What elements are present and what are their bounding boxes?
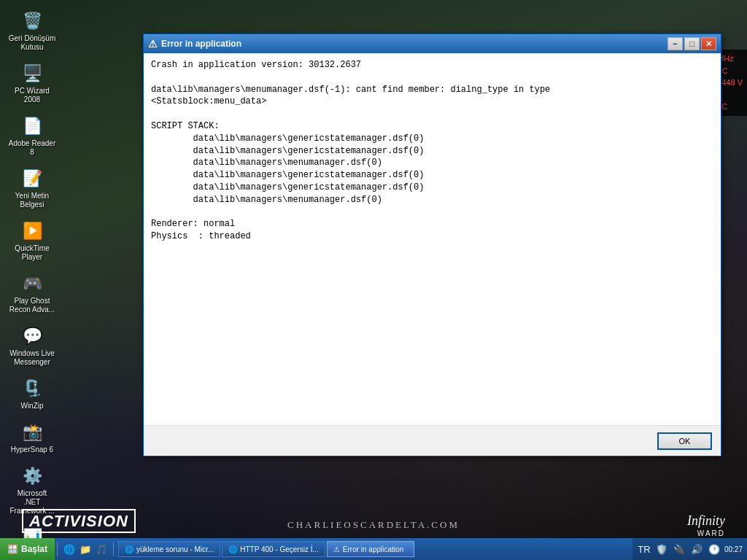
dialog-footer: OK xyxy=(144,425,721,456)
taskbar-item-2-label: Error in application xyxy=(343,545,403,553)
activision-text: ACTIVISION xyxy=(22,509,136,533)
icon-windows-live-img: 💬 xyxy=(20,324,44,348)
icon-pc-wizard-img: 🖥️ xyxy=(20,62,44,85)
icon-yeni-metin-img: 📝 xyxy=(20,167,44,190)
error-dialog: ⚠ Error in application − □ ✕ Crash in ap… xyxy=(143,34,721,456)
tray-clock-icon: 🕐 xyxy=(707,542,721,556)
icon-adobe-reader-label: Adobe Reader8 xyxy=(9,139,56,157)
dialog-titlebar[interactable]: ⚠ Error in application − □ ✕ xyxy=(144,34,721,53)
tray-locale-text: TR xyxy=(638,544,650,555)
icon-dotnet-img: ⚙️ xyxy=(20,464,44,488)
tray-locale[interactable]: TR xyxy=(637,542,651,556)
windows-icon: 🪟 xyxy=(7,544,18,554)
icon-windows-live[interactable]: 💬 Windows LiveMessenger xyxy=(6,322,58,369)
icon-quicktime-label: QuickTimePlayer xyxy=(15,244,49,262)
iw-text: Infinity WARD xyxy=(687,513,725,538)
icon-winzip-label: WinZip xyxy=(20,402,43,411)
dialog-controls: − □ ✕ xyxy=(667,37,716,50)
icon-pc-wizard-label: PC Wizard2008 xyxy=(15,87,50,104)
taskbar-divider-1 xyxy=(57,542,58,556)
icon-winzip-img: 🗜️ xyxy=(20,377,44,400)
icon-adobe-reader[interactable]: 📄 Adobe Reader8 xyxy=(6,112,58,159)
icon-yeni-metin-label: Yeni MetinBelgesi xyxy=(15,192,49,209)
taskbar-items: 🌐 yükleme sorunu - Micr... 🌐 HTTP 400 - … xyxy=(115,541,632,557)
taskbar-divider-2 xyxy=(113,542,114,556)
icon-geri-donusum-label: Geri DönüşümKutusu xyxy=(9,34,55,52)
activision-logo: ACTIVISION xyxy=(22,512,136,531)
system-tray: TR 🛡️ 🔌 🔊 🕐 00:27 xyxy=(632,538,747,560)
taskbar-ie-icon[interactable]: 🌐 xyxy=(62,542,77,556)
icon-pc-wizard[interactable]: 🖥️ PC Wizard2008 xyxy=(6,60,58,106)
taskbar: 🪟 Başlat 🌐 📁 🎵 🌐 yükleme sorunu - Micr..… xyxy=(0,538,747,560)
icon-quicktime[interactable]: ▶️ QuickTimePlayer xyxy=(6,217,58,264)
maximize-button[interactable]: □ xyxy=(684,37,700,50)
taskbar-item-0-label: yükleme sorunu - Micr... xyxy=(136,545,214,553)
iw-logo: Infinity WARD xyxy=(687,513,725,538)
desktop: 🗑️ Geri DönüşümKutusu 🖥️ PC Wizard2008 📄… xyxy=(0,0,747,560)
tray-volume-icon[interactable]: 🔊 xyxy=(689,542,704,556)
icon-hypersnap-img: 📸 xyxy=(20,421,44,444)
taskbar-item-2-icon: ⚠ xyxy=(333,545,340,553)
desktop-icon-list: 🗑️ Geri DönüşümKutusu 🖥️ PC Wizard2008 📄… xyxy=(6,7,58,560)
icon-geri-donusum-img: 🗑️ xyxy=(20,9,44,33)
tray-network-icon[interactable]: 🔌 xyxy=(672,542,686,556)
icon-play-ghost-label: Play GhostRecon Adva... xyxy=(9,297,55,314)
icon-winzip[interactable]: 🗜️ WinZip xyxy=(6,375,58,413)
icon-quicktime-img: ▶️ xyxy=(20,219,44,243)
taskbar-item-0-icon: 🌐 xyxy=(125,545,133,553)
icon-play-ghost[interactable]: 🎮 Play GhostRecon Adva... xyxy=(6,270,58,316)
icon-play-ghost-img: 🎮 xyxy=(20,272,44,295)
ok-button[interactable]: OK xyxy=(657,432,712,450)
taskbar-item-0[interactable]: 🌐 yükleme sorunu - Micr... xyxy=(118,541,220,557)
icon-windows-live-label: Windows LiveMessenger xyxy=(9,349,55,367)
error-icon: ⚠ xyxy=(148,38,158,50)
icon-hypersnap[interactable]: 📸 HyperSnap 6 xyxy=(6,419,58,456)
icon-geri-donusum[interactable]: 🗑️ Geri DönüşümKutusu xyxy=(6,7,58,54)
dialog-content[interactable]: Crash in application version: 30132.2637… xyxy=(144,53,721,425)
icon-adobe-reader-img: 📄 xyxy=(20,114,44,138)
icon-hypersnap-label: HyperSnap 6 xyxy=(11,446,53,454)
taskbar-item-1-label: HTTP 400 - Geçersiz İ... xyxy=(240,545,319,553)
tray-shield-icon[interactable]: 🛡️ xyxy=(654,542,669,556)
taskbar-media-icon[interactable]: 🎵 xyxy=(94,542,109,556)
taskbar-item-2[interactable]: ⚠ Error in application xyxy=(327,541,414,557)
dialog-title: Error in application xyxy=(161,39,667,49)
start-button[interactable]: 🪟 Başlat xyxy=(0,538,55,560)
start-label: Başlat xyxy=(21,544,47,554)
taskbar-folder-icon[interactable]: 📁 xyxy=(78,542,93,556)
cod-url: CharlieOscarDelta.com xyxy=(287,519,460,531)
taskbar-item-1-icon: 🌐 xyxy=(228,545,237,553)
minimize-button[interactable]: − xyxy=(667,37,683,50)
taskbar-item-1[interactable]: 🌐 HTTP 400 - Geçersiz İ... xyxy=(222,541,325,557)
tray-time: 00:27 xyxy=(724,545,743,553)
taskbar-quick-launch: 🌐 📁 🎵 xyxy=(59,542,112,556)
close-button[interactable]: ✕ xyxy=(701,37,716,50)
icon-yeni-metin[interactable]: 📝 Yeni MetinBelgesi xyxy=(6,165,58,211)
